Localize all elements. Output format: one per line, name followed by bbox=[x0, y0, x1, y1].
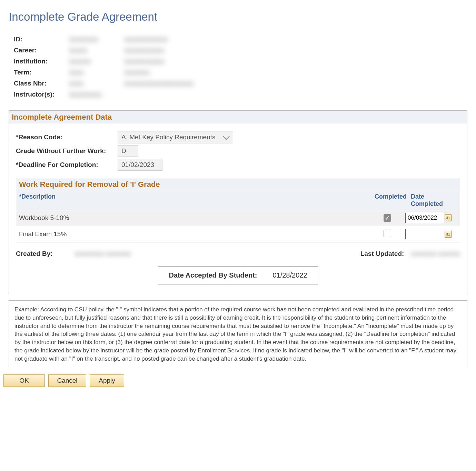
table-row: Workbook 5-10% 31 bbox=[16, 210, 460, 226]
value-id-2: xxxxxxxxxxxx bbox=[124, 36, 168, 43]
grade-input[interactable]: D bbox=[118, 145, 138, 157]
button-row: OK Cancel Apply bbox=[3, 374, 467, 387]
label-career: Career: bbox=[14, 47, 69, 54]
reason-code-select[interactable]: A. Met Key Policy Requirements bbox=[118, 131, 233, 143]
created-by-value: xxxxxxxx xxxxxxx bbox=[75, 250, 131, 258]
value-institution-1: xxxxxx bbox=[69, 58, 124, 65]
value-classnbr-2: xxxxxxxxxxxxxxxxxxx bbox=[124, 80, 194, 87]
chevron-down-icon bbox=[223, 133, 230, 140]
work-required-title: Work Required for Removal of 'I' Grade bbox=[19, 180, 160, 189]
agreement-title: Incomplete Agreement Data bbox=[12, 113, 112, 121]
last-updated-value: xxxxxxx xxxxxx bbox=[411, 250, 460, 258]
policy-text: Example: According to CSU policy, the "I… bbox=[9, 300, 467, 368]
table-row: Final Exam 15% 31 bbox=[16, 226, 460, 242]
last-updated-label: Last Updated: bbox=[360, 250, 404, 258]
value-id-1: xxxxxxxx bbox=[69, 36, 124, 43]
value-career-2: xxxxxxxxxxx bbox=[124, 47, 164, 54]
created-by-label: Created By: bbox=[16, 250, 75, 258]
value-career-1: xxxxx bbox=[69, 47, 124, 54]
apply-button[interactable]: Apply bbox=[90, 374, 124, 387]
calendar-icon[interactable]: 31 bbox=[445, 231, 452, 238]
date-accepted-box: Date Accepted By Student: 01/28/2022 bbox=[158, 266, 318, 284]
grade-label: Grade Without Further Work: bbox=[16, 147, 118, 155]
page-title: Incomplete Grade Agreement bbox=[9, 10, 467, 23]
value-classnbr-1: xxxx bbox=[69, 80, 124, 87]
col-description: *Description bbox=[16, 191, 372, 210]
value-term-2: xxxxxxx bbox=[124, 69, 150, 76]
date-completed-input[interactable] bbox=[405, 229, 443, 239]
reason-code-value: A. Met Key Policy Requirements bbox=[121, 133, 215, 141]
work-required-table: Work Required for Removal of 'I' Grade *… bbox=[16, 178, 460, 242]
label-instructors: Instructor(s): bbox=[14, 91, 69, 98]
deadline-input[interactable]: 01/02/2023 bbox=[118, 159, 162, 171]
value-institution-2: xxxxxxxxxxx bbox=[124, 58, 164, 65]
value-term-1: xxxx bbox=[69, 69, 124, 76]
date-accepted-value: 01/28/2022 bbox=[272, 271, 307, 279]
date-accepted-label: Date Accepted By Student: bbox=[169, 271, 257, 279]
col-completed: Completed bbox=[372, 191, 408, 210]
deadline-label: *Deadline For Completion: bbox=[16, 161, 118, 169]
info-grid: ID: xxxxxxxx xxxxxxxxxxxx Career: xxxxx … bbox=[14, 34, 467, 100]
reason-code-label: *Reason Code: bbox=[16, 133, 118, 141]
cancel-button[interactable]: Cancel bbox=[48, 374, 86, 387]
calendar-icon[interactable]: 31 bbox=[445, 214, 452, 221]
label-classnbr: Class Nbr: bbox=[14, 80, 69, 87]
value-instructors-1: xxxxxxxxx bbox=[69, 91, 124, 98]
completed-checkbox[interactable] bbox=[384, 214, 391, 222]
label-id: ID: bbox=[14, 36, 69, 43]
date-completed-input[interactable] bbox=[405, 213, 443, 223]
label-term: Term: bbox=[14, 69, 69, 76]
row-desc: Final Exam 15% bbox=[19, 230, 369, 238]
col-date-completed: Date Completed bbox=[408, 191, 460, 210]
row-desc: Workbook 5-10% bbox=[19, 214, 369, 222]
completed-checkbox[interactable] bbox=[384, 230, 391, 237]
label-institution: Institution: bbox=[14, 58, 69, 65]
agreement-panel: Incomplete Agreement Data *Reason Code: … bbox=[9, 110, 467, 295]
ok-button[interactable]: OK bbox=[3, 374, 45, 387]
